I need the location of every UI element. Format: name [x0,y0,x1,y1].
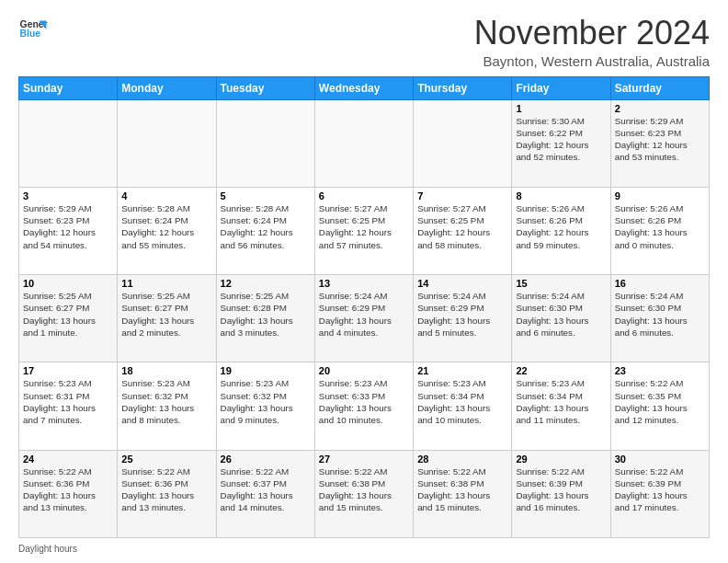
day-info: Sunrise: 5:24 AM Sunset: 6:30 PM Dayligh… [516,290,606,339]
day-number: 30 [615,454,705,465]
calendar-cell: 15Sunrise: 5:24 AM Sunset: 6:30 PM Dayli… [512,275,610,362]
day-info: Sunrise: 5:29 AM Sunset: 6:23 PM Dayligh… [615,115,705,164]
day-number: 12 [221,278,311,289]
day-info: Sunrise: 5:29 AM Sunset: 6:23 PM Dayligh… [23,202,113,251]
day-info: Sunrise: 5:23 AM Sunset: 6:31 PM Dayligh… [23,377,113,426]
day-info: Sunrise: 5:26 AM Sunset: 6:26 PM Dayligh… [615,202,705,251]
logo: General Blue [18,15,48,44]
day-info: Sunrise: 5:26 AM Sunset: 6:26 PM Dayligh… [516,202,606,251]
calendar-cell: 24Sunrise: 5:22 AM Sunset: 6:36 PM Dayli… [19,450,118,537]
calendar-cell: 28Sunrise: 5:22 AM Sunset: 6:38 PM Dayli… [414,450,512,537]
calendar-cell [19,99,118,187]
calendar-header: SundayMondayTuesdayWednesdayThursdayFrid… [19,76,710,99]
weekday-header-wednesday: Wednesday [314,76,413,99]
calendar-week-3: 10Sunrise: 5:25 AM Sunset: 6:27 PM Dayli… [19,275,710,362]
calendar-cell [216,99,314,187]
day-number: 8 [516,190,606,201]
day-info: Sunrise: 5:24 AM Sunset: 6:30 PM Dayligh… [615,290,705,339]
calendar-cell: 11Sunrise: 5:25 AM Sunset: 6:27 PM Dayli… [118,275,216,362]
day-number: 24 [23,454,113,465]
footer-text: Daylight hours [18,544,77,554]
svg-text:Blue: Blue [20,29,41,39]
title-section: November 2024 Baynton, Western Australia… [474,15,710,69]
day-info: Sunrise: 5:27 AM Sunset: 6:25 PM Dayligh… [417,202,507,251]
calendar-cell: 26Sunrise: 5:22 AM Sunset: 6:37 PM Dayli… [216,450,314,537]
day-number: 7 [417,190,507,201]
calendar-table: SundayMondayTuesdayWednesdayThursdayFrid… [18,76,710,538]
calendar-week-4: 17Sunrise: 5:23 AM Sunset: 6:31 PM Dayli… [19,362,710,450]
calendar-cell: 13Sunrise: 5:24 AM Sunset: 6:29 PM Dayli… [314,275,413,362]
day-info: Sunrise: 5:22 AM Sunset: 6:35 PM Dayligh… [615,377,705,426]
day-info: Sunrise: 5:22 AM Sunset: 6:38 PM Dayligh… [319,465,409,514]
weekday-header-tuesday: Tuesday [216,76,314,99]
day-number: 2 [615,103,705,114]
calendar-week-5: 24Sunrise: 5:22 AM Sunset: 6:36 PM Dayli… [19,450,710,537]
calendar-cell: 12Sunrise: 5:25 AM Sunset: 6:28 PM Dayli… [216,275,314,362]
footer: Daylight hours [18,544,710,554]
day-info: Sunrise: 5:23 AM Sunset: 6:34 PM Dayligh… [417,377,507,426]
day-info: Sunrise: 5:24 AM Sunset: 6:29 PM Dayligh… [319,290,409,339]
day-info: Sunrise: 5:25 AM Sunset: 6:27 PM Dayligh… [121,290,211,339]
day-number: 25 [121,454,211,465]
calendar-cell: 17Sunrise: 5:23 AM Sunset: 6:31 PM Dayli… [19,362,118,450]
day-info: Sunrise: 5:23 AM Sunset: 6:33 PM Dayligh… [319,377,409,426]
day-number: 4 [121,190,211,201]
day-number: 5 [221,190,311,201]
calendar-cell: 20Sunrise: 5:23 AM Sunset: 6:33 PM Dayli… [314,362,413,450]
calendar-cell: 7Sunrise: 5:27 AM Sunset: 6:25 PM Daylig… [414,187,512,274]
calendar-cell [118,99,216,187]
day-info: Sunrise: 5:28 AM Sunset: 6:24 PM Dayligh… [121,202,211,251]
page: General Blue November 2024 Baynton, West… [0,0,728,563]
calendar-cell: 1Sunrise: 5:30 AM Sunset: 6:22 PM Daylig… [512,99,610,187]
day-info: Sunrise: 5:25 AM Sunset: 6:27 PM Dayligh… [23,290,113,339]
day-number: 20 [319,365,409,376]
weekday-header-sunday: Sunday [19,76,118,99]
day-number: 19 [221,365,311,376]
weekday-header-saturday: Saturday [610,76,709,99]
day-number: 17 [23,365,113,376]
day-number: 11 [121,278,211,289]
calendar-cell: 21Sunrise: 5:23 AM Sunset: 6:34 PM Dayli… [414,362,512,450]
weekday-header-friday: Friday [512,76,610,99]
weekday-header-row: SundayMondayTuesdayWednesdayThursdayFrid… [19,76,710,99]
day-number: 14 [417,278,507,289]
calendar-cell: 23Sunrise: 5:22 AM Sunset: 6:35 PM Dayli… [610,362,709,450]
calendar-cell: 18Sunrise: 5:23 AM Sunset: 6:32 PM Dayli… [118,362,216,450]
day-info: Sunrise: 5:22 AM Sunset: 6:39 PM Dayligh… [516,465,606,514]
calendar-cell: 27Sunrise: 5:22 AM Sunset: 6:38 PM Dayli… [314,450,413,537]
day-info: Sunrise: 5:24 AM Sunset: 6:29 PM Dayligh… [417,290,507,339]
day-number: 15 [516,278,606,289]
day-number: 22 [516,365,606,376]
calendar-cell [314,99,413,187]
calendar-cell: 22Sunrise: 5:23 AM Sunset: 6:34 PM Dayli… [512,362,610,450]
calendar-week-1: 1Sunrise: 5:30 AM Sunset: 6:22 PM Daylig… [19,99,710,187]
day-number: 21 [417,365,507,376]
day-number: 27 [319,454,409,465]
day-info: Sunrise: 5:27 AM Sunset: 6:25 PM Dayligh… [319,202,409,251]
day-info: Sunrise: 5:23 AM Sunset: 6:34 PM Dayligh… [516,377,606,426]
day-info: Sunrise: 5:25 AM Sunset: 6:28 PM Dayligh… [221,290,311,339]
day-info: Sunrise: 5:22 AM Sunset: 6:36 PM Dayligh… [121,465,211,514]
day-info: Sunrise: 5:22 AM Sunset: 6:39 PM Dayligh… [615,465,705,514]
weekday-header-monday: Monday [118,76,216,99]
calendar-cell: 6Sunrise: 5:27 AM Sunset: 6:25 PM Daylig… [314,187,413,274]
location: Baynton, Western Australia, Australia [474,53,710,69]
day-number: 29 [516,454,606,465]
weekday-header-thursday: Thursday [414,76,512,99]
calendar-cell [414,99,512,187]
calendar-cell: 2Sunrise: 5:29 AM Sunset: 6:23 PM Daylig… [610,99,709,187]
calendar-cell: 16Sunrise: 5:24 AM Sunset: 6:30 PM Dayli… [610,275,709,362]
day-number: 23 [615,365,705,376]
calendar-cell: 3Sunrise: 5:29 AM Sunset: 6:23 PM Daylig… [19,187,118,274]
day-number: 1 [516,103,606,114]
calendar-cell: 14Sunrise: 5:24 AM Sunset: 6:29 PM Dayli… [414,275,512,362]
calendar-cell: 9Sunrise: 5:26 AM Sunset: 6:26 PM Daylig… [610,187,709,274]
month-title: November 2024 [474,15,710,52]
day-number: 13 [319,278,409,289]
calendar-cell: 30Sunrise: 5:22 AM Sunset: 6:39 PM Dayli… [610,450,709,537]
day-number: 28 [417,454,507,465]
day-number: 9 [615,190,705,201]
day-info: Sunrise: 5:22 AM Sunset: 6:37 PM Dayligh… [221,465,311,514]
calendar-cell: 8Sunrise: 5:26 AM Sunset: 6:26 PM Daylig… [512,187,610,274]
calendar-cell: 10Sunrise: 5:25 AM Sunset: 6:27 PM Dayli… [19,275,118,362]
